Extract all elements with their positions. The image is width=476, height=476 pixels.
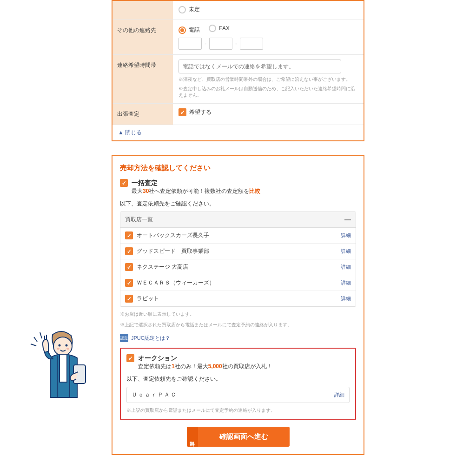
svg-line-0 [34,337,37,342]
svg-point-7 [66,348,69,350]
radio-undecided-label: 未定 [189,6,200,13]
store-list-header[interactable]: 買取店一覧 [120,212,356,228]
store-name: グッドスピード 買取事業部 [137,247,209,255]
auction-box: ✓ オークション 査定依頼先は1社のみ！最大5,000社の買取店が入札！ 以下、… [120,348,356,420]
row-contact-time: 連絡希望時間帯 ※深夜など、買取店の営業時間帯外の場合は、ご希望に沿えない事がご… [112,55,364,104]
auction-note: ※上記の買取店から電話またはメールにて査定予約の連絡が入ります。 [126,407,350,414]
store-item: ✓グッドスピード 買取事業部 詳細 [120,244,356,259]
contact-time-note1: ※深夜など、買取店の営業時間帯外の場合は、ご希望に沿えない事がございます。 [178,76,358,83]
svg-point-3 [53,337,72,356]
auction-detail-link[interactable]: 詳細 [334,391,344,398]
store-item: ✓オートバックスカーズ長久手 詳細 [120,228,356,244]
svg-point-6 [57,348,60,350]
svg-point-5 [66,344,68,347]
store-detail-link[interactable]: 詳細 [341,264,351,271]
auction-title: オークション [138,354,272,363]
radio-undecided[interactable]: 未定 [178,6,200,13]
ikkatsu-checkbox[interactable]: ✓ [120,179,128,187]
store-checkbox[interactable]: ✓ [125,295,133,303]
auction-desc: 査定依頼先は1社のみ！最大5,000社の買取店が入札！ [138,363,272,370]
minus-icon [344,219,351,220]
phone-part-2[interactable] [209,38,232,50]
ikkatsu-desc: 最大30社へ査定依頼が可能！複数社の査定額を比較 [132,187,260,195]
jpuc-row: 認定 JPUC認定とは？ [120,334,356,342]
store-name: ネクステージ 大高店 [137,263,188,271]
mascot-illustration [27,325,97,400]
radio-icon [178,26,186,34]
row-undecided: 未定 [112,1,364,20]
visit-checkbox[interactable]: ✓ 希望する [178,108,212,116]
sale-heading: 売却方法を確認してください [120,164,356,172]
radio-fax[interactable]: FAX [209,25,230,32]
check-icon: ✓ [178,108,186,116]
store-detail-link[interactable]: 詳細 [341,295,351,302]
store-checkbox[interactable]: ✓ [125,279,133,287]
jpuc-badge-icon: 認定 [120,334,128,342]
row-other-contact: その他の連絡先 電話 FAX - - [112,20,364,55]
store-checkbox[interactable]: ✓ [125,247,133,255]
radio-phone-label: 電話 [189,26,200,34]
confirm-note: 以下、査定依頼先をご確認ください。 [120,200,356,208]
phone-inputs: - - [178,38,358,50]
radio-icon [178,6,186,13]
auction-confirm-note: 以下、査定依頼先をご確認ください。 [126,375,350,383]
submit-label: 確認画面へ進む [198,427,290,447]
visit-checkbox-label: 希望する [189,108,212,116]
contact-time-input[interactable] [178,60,341,73]
svg-rect-8 [60,354,67,382]
radio-fax-label: FAX [219,25,230,32]
auction-store: ＵｃａｒＰＡＣ 詳細 [126,387,350,403]
other-contact-label: その他の連絡先 [112,20,173,55]
radio-icon [209,25,216,32]
store-name: オートバックスカーズ長久手 [137,231,209,239]
phone-part-1[interactable] [178,38,202,50]
store-note-2: ※上記で選択された買取店から電話またはメールにて査定予約の連絡が入ります。 [120,321,356,328]
svg-line-1 [31,344,36,346]
collapse-toggle[interactable]: ▲ 閉じる [112,125,364,140]
sale-method-box: 売却方法を確認してください ✓ 一括査定 最大30社へ査定依頼が可能！複数社の査… [112,155,364,455]
radio-phone[interactable]: 電話 [178,26,200,34]
jpuc-link[interactable]: JPUC認定とは？ [131,335,170,342]
ikkatsu-title: 一括査定 [132,179,260,187]
auction-method: ✓ オークション 査定依頼先は1社のみ！最大5,000社の買取店が入札！ [126,354,350,370]
submit-button[interactable]: 無料 確認画面へ進む [187,427,290,447]
form-box: 未定 その他の連絡先 電話 FAX - - [112,0,364,141]
visit-assessment-label: 出張査定 [112,104,173,125]
phone-part-3[interactable] [240,38,263,50]
svg-line-2 [40,332,42,338]
row-visit-assessment: 出張査定 ✓ 希望する [112,104,364,125]
store-item: ✓ラビット 詳細 [120,291,356,306]
store-checkbox[interactable]: ✓ [125,231,133,239]
ikkatsu-method: ✓ 一括査定 最大30社へ査定依頼が可能！複数社の査定額を比較 [120,179,356,195]
store-name: ＷＥＣＡＲＳ（ウィーカーズ） [137,279,215,287]
store-note-1: ※お店は近い順に表示しています。 [120,311,356,317]
auction-checkbox[interactable]: ✓ [126,354,134,362]
store-list: 買取店一覧 ✓オートバックスカーズ長久手 詳細 ✓グッドスピード 買取事業部 詳… [120,212,356,307]
store-name: ラビット [137,295,159,303]
store-item: ✓ネクステージ 大高店 詳細 [120,259,356,275]
svg-point-4 [59,344,61,347]
store-detail-link[interactable]: 詳細 [341,232,351,239]
contact-time-note2: ※査定申し込みのお礼メールは自動送信のため、ご記入いただいた連絡希望時間に沿えま… [178,86,358,99]
store-item: ✓ＷＥＣＡＲＳ（ウィーカーズ） 詳細 [120,275,356,291]
auction-store-name: ＵｃａｒＰＡＣ [132,391,177,399]
contact-time-label: 連絡希望時間帯 [112,55,173,103]
submit-free-tag: 無料 [187,427,198,447]
store-detail-link[interactable]: 詳細 [341,248,351,255]
store-detail-link[interactable]: 詳細 [341,279,351,286]
store-checkbox[interactable]: ✓ [125,263,133,271]
